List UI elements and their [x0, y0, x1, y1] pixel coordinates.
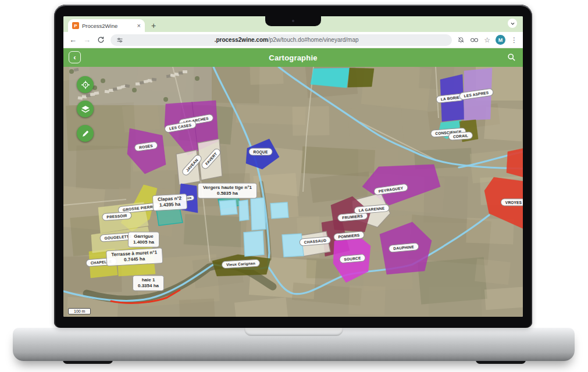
- area-label[interactable]: Clapas n°21.4395 ha: [152, 194, 187, 211]
- parcel-pond-2[interactable]: [239, 200, 249, 221]
- new-tab-button[interactable]: +: [151, 22, 156, 30]
- tab-close-icon[interactable]: ×: [137, 22, 141, 29]
- browser-tab[interactable]: P Process2Wine ×: [68, 19, 145, 32]
- search-button[interactable]: [507, 53, 516, 62]
- app-header: ‹ Cartographie: [63, 48, 523, 67]
- search-icon: [507, 53, 516, 62]
- draw-button[interactable]: [77, 125, 94, 142]
- parcel-parcel-cyan-top[interactable]: [311, 68, 350, 88]
- bookmark-star-icon[interactable]: ☆: [484, 37, 490, 44]
- parcel-vroyes-upper[interactable]: [507, 148, 523, 177]
- area-label[interactable]: haie 10.3354 ha: [133, 276, 164, 291]
- app-back-button[interactable]: ‹: [69, 51, 81, 63]
- tune-icon: [116, 37, 123, 44]
- laptop-screen-bezel: P Process2Wine × + ← → .process2wine.com…: [54, 5, 532, 328]
- back-button[interactable]: ←: [69, 36, 77, 44]
- parcel-label[interactable]: ROQUE: [249, 148, 273, 156]
- url-path: /p2w/touch.do#home/vineyard/map: [268, 37, 359, 43]
- parcel-label[interactable]: VROYES: [501, 199, 523, 206]
- forward-button[interactable]: →: [83, 36, 91, 44]
- scale-indicator: 100 m: [68, 308, 91, 314]
- toolbar-right: ☆ M ⋮: [457, 35, 518, 45]
- url-host: .process2wine.com: [215, 37, 268, 43]
- laptop-thumb-groove: [244, 328, 343, 336]
- favicon-icon: P: [72, 22, 79, 29]
- layers-button[interactable]: [77, 101, 94, 117]
- chevron-down-icon: [510, 21, 515, 26]
- crosshair-icon: [81, 80, 90, 90]
- area-label[interactable]: Vergers haute tige n°10.5835 ha: [198, 183, 257, 199]
- tab-search-button[interactable]: [508, 19, 517, 28]
- url-text: .process2wine.com/p2w/touch.do#home/vine…: [127, 37, 446, 43]
- parcel-pond-5[interactable]: [244, 231, 264, 256]
- area-label[interactable]: Terrasse à muret n°10.7445 ha: [106, 248, 163, 266]
- browser-menu-icon[interactable]: ⋮: [511, 37, 518, 44]
- parcel-pond-1[interactable]: [219, 200, 237, 215]
- map-tool-column: [77, 76, 94, 142]
- locate-button[interactable]: [77, 76, 94, 93]
- camera-notch: [265, 16, 321, 26]
- tab-title: Process2Wine: [82, 23, 134, 29]
- area-label[interactable]: Garrigue1.4005 ha: [128, 232, 159, 248]
- parcel-clapas[interactable]: [156, 208, 183, 226]
- profile-avatar[interactable]: M: [496, 35, 505, 45]
- notifications-blocked-icon[interactable]: [457, 36, 465, 44]
- parcel-pond-3[interactable]: [251, 198, 266, 230]
- layers-icon: [81, 105, 90, 114]
- parcel-parcel-olive-top[interactable]: [348, 68, 374, 87]
- reload-button[interactable]: [97, 36, 105, 44]
- browser-toolbar: ← → .process2wine.com/p2w/touch.do#home/…: [63, 32, 523, 48]
- password-manager-icon[interactable]: [470, 37, 479, 44]
- parcel-pond-4[interactable]: [270, 202, 288, 219]
- vineyard-map[interactable]: LES ARCHESLES CASESROSESJAVEANFAVERTROQU…: [63, 67, 523, 317]
- webcam-icon: [292, 20, 294, 22]
- pencil-icon: [81, 130, 90, 138]
- page-title: Cartographie: [63, 53, 523, 62]
- laptop-base: [13, 328, 575, 361]
- browser-window: P Process2Wine × + ← → .process2wine.com…: [63, 16, 523, 317]
- address-bar[interactable]: .process2wine.com/p2w/touch.do#home/vine…: [111, 34, 452, 46]
